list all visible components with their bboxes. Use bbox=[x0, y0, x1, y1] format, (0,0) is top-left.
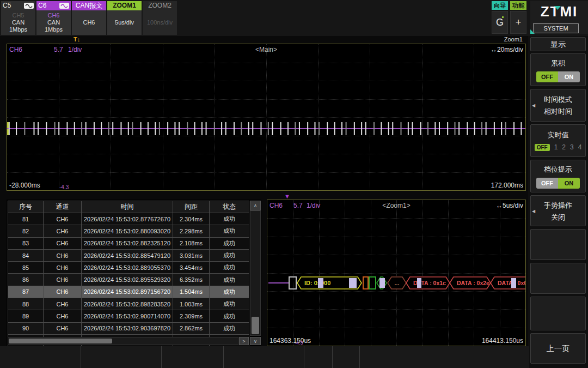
range-hint-label: 档位提示 bbox=[531, 165, 585, 174]
tab-zoom1-label: ZOOM1 bbox=[113, 1, 136, 10]
table-row[interactable]: 88CH62026/02/24 15:53:02.8982835201.003m… bbox=[8, 298, 249, 310]
tab-c6-label: C6 bbox=[38, 1, 46, 10]
can-events-table: 序号通道时间间距状态 81CH62026/02/24 15:53:02.8776… bbox=[8, 201, 249, 347]
zoom1-region-tag: Zoom1 bbox=[479, 36, 523, 43]
sidebar-empty-slot bbox=[530, 297, 586, 330]
zoom-time-right: 164413.150us bbox=[482, 337, 523, 345]
tab-zoom2[interactable]: ZOOM2 100ns/div bbox=[143, 1, 177, 35]
main-channel-offset: -4.3 bbox=[59, 184, 69, 190]
zoom-timebase: ↔5us/div bbox=[496, 202, 523, 209]
chevron-left-icon: ◀ bbox=[532, 103, 535, 108]
range-hint-off[interactable]: OFF bbox=[536, 178, 558, 189]
oscilloscope-screen: C5 CH5 CAN 1Mbps C6 CH6 CAN 1Mbps CAN报 bbox=[0, 0, 588, 368]
main-waveform-panel[interactable]: CH6 5.7 1/div <Main> ↔20ms/div -28.000ms… bbox=[7, 44, 526, 191]
gesture-value: 关闭 bbox=[531, 213, 585, 222]
table-row[interactable]: 84CH62026/02/24 15:53:02.8854791203.031m… bbox=[8, 249, 249, 261]
sidebar-empty-slot bbox=[530, 263, 586, 294]
table-header-row: 序号通道时间间距状态 bbox=[8, 201, 249, 213]
tab-zoom2-label: ZOOM2 bbox=[148, 1, 171, 10]
scroll-up-button[interactable]: ∧ bbox=[250, 201, 261, 210]
time-mode-value: 相对时间 bbox=[531, 107, 585, 117]
sine-wave-icon bbox=[24, 3, 34, 9]
chevron-left-icon: ◀ bbox=[532, 208, 535, 213]
zoom-position-arrow-icon: ▼ bbox=[284, 193, 290, 200]
brand-triangle-icon bbox=[554, 6, 561, 10]
sidebar-gesture[interactable]: ◀ 手势操作 关闭 bbox=[530, 195, 586, 226]
table-row[interactable]: 89CH62026/02/24 15:53:02.9007140702.309m… bbox=[8, 310, 249, 322]
function-button[interactable]: 功能 + bbox=[510, 1, 526, 34]
tab-c6[interactable]: C6 CH6 CAN 1Mbps bbox=[36, 1, 71, 35]
table-row[interactable]: 83CH62026/02/24 15:53:02.8823251202.108m… bbox=[8, 237, 249, 249]
wizard-button[interactable]: 向导 G bbox=[492, 1, 508, 34]
range-hint-toggle[interactable]: OFF ON bbox=[531, 178, 585, 189]
tab-c5-label: C5 bbox=[3, 1, 11, 10]
table-header-cell: 时间 bbox=[82, 201, 173, 213]
zoom-time-left: 164363.150us bbox=[270, 337, 311, 345]
sidebar-time-mode[interactable]: ◀ 时间模式 相对时间 bbox=[530, 89, 586, 122]
main-time-right: 172.000ms bbox=[491, 182, 523, 189]
realtime-ch1[interactable]: 1 bbox=[554, 143, 558, 151]
main-title: <Main> bbox=[7, 46, 525, 53]
table-row[interactable]: 86CH62026/02/24 15:53:02.8955293206.352m… bbox=[8, 274, 249, 286]
bottom-status-bar: 停止 自动 3-1 0V ‹ 20ms/div › 1M(20k)pts 100… bbox=[0, 346, 529, 368]
realtime-ch2[interactable]: 2 bbox=[562, 143, 566, 151]
table-row[interactable]: 87CH62026/02/24 15:53:02.8971567201.504m… bbox=[8, 286, 249, 298]
tab-c5[interactable]: C5 CH5 CAN 1Mbps bbox=[1, 1, 35, 35]
horizontal-scrollbar-thumb[interactable] bbox=[9, 339, 112, 343]
scroll-right-button[interactable]: > bbox=[239, 337, 249, 345]
sidebar-range-hint[interactable]: 档位提示 OFF ON bbox=[530, 160, 586, 192]
svg-text:DATA : 0x2e: DATA : 0x2e bbox=[457, 280, 489, 286]
table-header-cell: 间距 bbox=[173, 201, 210, 213]
trigger-position-marker[interactable]: T↓ bbox=[74, 36, 80, 43]
sidebar-title: 显示 bbox=[530, 37, 586, 51]
accumulate-toggle[interactable]: OFF ON bbox=[531, 71, 585, 82]
channel-tabs: C5 CH5 CAN 1Mbps C6 CH6 CAN 1Mbps CAN报 bbox=[1, 1, 177, 35]
horizontal-scrollbar[interactable] bbox=[8, 337, 238, 345]
zoom-title: <Zoom1> bbox=[267, 202, 525, 209]
scroll-down-button[interactable]: ∨ bbox=[250, 337, 261, 345]
accumulate-on[interactable]: ON bbox=[558, 71, 580, 82]
table-row[interactable]: 82CH62026/02/24 15:53:02.8800930202.298m… bbox=[8, 225, 249, 237]
zoom1-waveform-panel[interactable]: CH6 5.7 1/div <Zoom1> ↔5us/div 164363.15… bbox=[267, 200, 526, 346]
tab-c6-protocol: CAN bbox=[47, 19, 60, 26]
realtime-label: 实时值 bbox=[531, 130, 585, 140]
right-sidebar: 显示 累积 OFF ON ◀ 时间模式 相对时间 实时值 OFF 1 2 3 4 bbox=[528, 36, 588, 368]
vertical-scrollbar-thumb[interactable] bbox=[252, 317, 259, 334]
top-bar: C5 CH5 CAN 1Mbps C6 CH6 CAN 1Mbps CAN报 bbox=[0, 0, 588, 36]
brand-text: ZTMI bbox=[530, 1, 588, 22]
prev-page-button[interactable]: 上一页 bbox=[530, 333, 586, 364]
time-mode-label: 时间模式 bbox=[531, 95, 585, 105]
wizard-g-icon[interactable]: G bbox=[492, 11, 508, 34]
table-header-cell: 序号 bbox=[8, 201, 44, 213]
range-hint-on[interactable]: ON bbox=[558, 178, 580, 189]
sidebar-realtime[interactable]: 实时值 OFF 1 2 3 4 bbox=[530, 124, 586, 157]
table-header-cell: 状态 bbox=[210, 201, 249, 213]
main-waveform-trace bbox=[7, 44, 525, 190]
tab-can-source: CH6 bbox=[83, 19, 95, 26]
tab-c6-bitrate: 1Mbps bbox=[45, 26, 63, 33]
sidebar-accumulate[interactable]: 累积 OFF ON bbox=[530, 53, 586, 86]
table-row[interactable]: 90CH62026/02/24 15:53:02.9036978202.862m… bbox=[8, 322, 249, 334]
accumulate-label: 累积 bbox=[531, 58, 585, 68]
tab-can-message[interactable]: CAN报文 CH6 bbox=[72, 1, 106, 35]
svg-text:ID: 0x000: ID: 0x000 bbox=[304, 280, 330, 286]
main-time-left: -28.000ms bbox=[9, 182, 40, 189]
sine-wave-icon bbox=[59, 3, 69, 9]
system-button[interactable]: SYSTEM bbox=[533, 23, 579, 33]
accumulate-off[interactable]: OFF bbox=[536, 71, 558, 82]
vertical-scrollbar[interactable] bbox=[250, 210, 261, 336]
gesture-label: 手势操作 bbox=[531, 201, 585, 210]
plus-icon[interactable]: + bbox=[510, 11, 526, 34]
tab-c5-bitrate: 1Mbps bbox=[9, 26, 27, 33]
wizard-label: 向导 bbox=[492, 1, 508, 10]
sidebar-empty-slot bbox=[530, 229, 586, 260]
brand-logo: ZTMI SYSTEM bbox=[530, 1, 588, 34]
table-row[interactable]: 81CH62026/02/24 15:53:02.8776726702.304m… bbox=[8, 213, 249, 225]
table-row[interactable]: 85CH62026/02/24 15:53:02.8890553703.454m… bbox=[8, 262, 249, 274]
realtime-ch3[interactable]: 3 bbox=[570, 143, 574, 151]
tab-zoom1-scale: 5us/div bbox=[115, 19, 134, 26]
tab-zoom1[interactable]: ZOOM1 5us/div bbox=[107, 1, 142, 35]
realtime-off-badge[interactable]: OFF bbox=[535, 144, 550, 151]
tab-can-label: CAN报文 bbox=[76, 1, 102, 10]
realtime-ch4[interactable]: 4 bbox=[578, 143, 582, 151]
